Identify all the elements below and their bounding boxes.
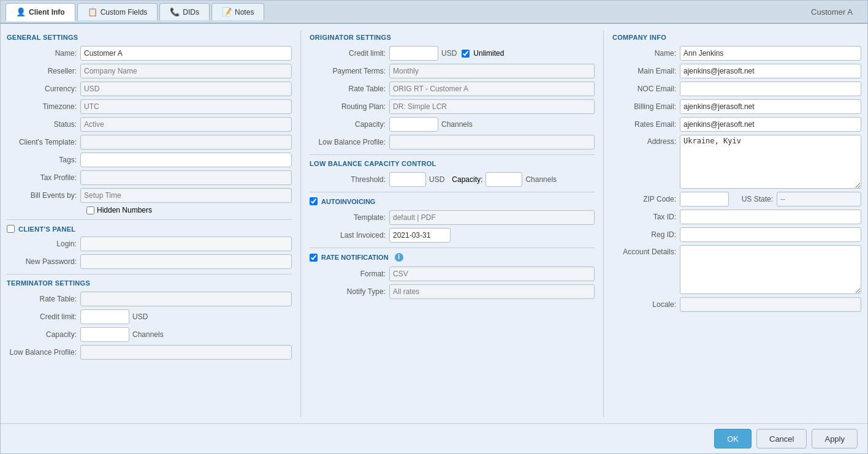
orig-low-balance-row: Low Balance Profile: xyxy=(310,135,595,149)
middle-column: ORIGINATOR SETTINGS Credit limit: USD Un… xyxy=(310,30,595,417)
term-low-balance-select[interactable] xyxy=(80,345,292,360)
low-balance-header: LOW BALANCE CAPACITY CONTROL xyxy=(310,160,595,167)
invoice-template-label: Template: xyxy=(310,213,389,222)
orig-rate-table-row: Rate Table: ORIG RT - Customer A xyxy=(310,81,595,96)
bill-events-row: Bill Events by: Setup Time Answer Time xyxy=(7,188,292,203)
currency-label: Currency: xyxy=(7,85,80,93)
right-separator xyxy=(603,30,604,417)
threshold-input[interactable] xyxy=(389,172,426,187)
ok-button[interactable]: OK xyxy=(714,429,752,448)
reg-id-input[interactable] xyxy=(680,227,861,242)
bill-events-select[interactable]: Setup Time Answer Time xyxy=(80,188,292,203)
orig-credit-limit-row: Credit limit: USD Unlimited xyxy=(310,46,595,61)
last-invoiced-input[interactable] xyxy=(389,228,451,243)
term-low-balance-row: Low Balance Profile: xyxy=(7,345,292,360)
orig-credit-limit-input[interactable] xyxy=(389,46,438,61)
login-input[interactable] xyxy=(80,236,292,251)
tab-bar: 👤 Client Info 📋 Custom Fields 📞 DIDs 📝 N… xyxy=(1,1,867,24)
tab-dids[interactable]: 📞 DIDs xyxy=(159,3,210,20)
threshold-row: Threshold: USD Capacity: Channels xyxy=(310,172,595,187)
orig-rate-table-label: Rate Table: xyxy=(310,85,389,93)
routing-plan-select[interactable]: DR: Simple LCR xyxy=(389,99,595,114)
term-rate-table-select[interactable] xyxy=(80,292,292,306)
reg-id-label: Reg ID: xyxy=(612,230,680,239)
password-input[interactable] xyxy=(80,254,292,269)
account-details-textarea[interactable] xyxy=(680,245,861,294)
tab-custom-fields[interactable]: 📋 Custom Fields xyxy=(77,3,158,20)
timezone-select[interactable]: UTC xyxy=(80,99,292,114)
left-column: GENERAL SETTINGS Name: Reseller: Company… xyxy=(7,30,292,417)
tab-client-info[interactable]: 👤 Client Info xyxy=(6,3,75,21)
term-capacity-input[interactable] xyxy=(80,327,129,342)
reg-id-row: Reg ID: xyxy=(612,227,861,242)
billing-email-input[interactable] xyxy=(680,99,861,114)
autoinvoicing-checkbox[interactable] xyxy=(310,197,318,205)
tax-id-input[interactable] xyxy=(680,210,861,224)
hidden-numbers-checkbox[interactable] xyxy=(86,206,94,214)
orig-rate-table-select[interactable]: ORIG RT - Customer A xyxy=(389,81,595,96)
apply-button[interactable]: Apply xyxy=(812,429,858,448)
zip-code-input[interactable] xyxy=(680,192,729,206)
left-separator xyxy=(300,30,301,417)
hidden-numbers-row: Hidden Numbers xyxy=(7,206,292,214)
status-select[interactable]: Active Inactive xyxy=(80,117,292,132)
name-input[interactable] xyxy=(80,46,292,61)
currency-row: Currency: xyxy=(7,81,292,96)
clients-panel-checkbox[interactable] xyxy=(7,225,15,233)
terminator-settings-header: TERMINATOR SETTINGS xyxy=(7,279,292,287)
template-select[interactable] xyxy=(80,135,292,149)
company-name-input[interactable] xyxy=(680,46,861,61)
lb-capacity-input[interactable] xyxy=(485,172,522,187)
timezone-row: Timezone: UTC xyxy=(7,99,292,114)
payment-terms-select[interactable]: Monthly Weekly Daily xyxy=(389,64,595,78)
noc-email-input[interactable] xyxy=(680,81,861,96)
orig-capacity-input[interactable] xyxy=(389,117,438,132)
capacity-inline-label: Capacity: xyxy=(452,175,482,184)
login-label: Login: xyxy=(7,240,80,248)
unlimited-checkbox[interactable] xyxy=(462,50,470,58)
us-state-label: US State: xyxy=(734,195,777,203)
routing-plan-label: Routing Plan: xyxy=(310,102,389,111)
main-email-row: Main Email: xyxy=(612,64,861,78)
notify-type-select[interactable]: All rates Changed rates xyxy=(389,284,595,299)
bill-events-label: Bill Events by: xyxy=(7,191,80,200)
reseller-select[interactable]: Company Name xyxy=(80,64,292,78)
term-low-balance-label: Low Balance Profile: xyxy=(7,348,80,357)
rates-email-label: Rates Email: xyxy=(612,120,680,129)
tax-profile-label: Tax Profile: xyxy=(7,173,80,182)
cancel-button[interactable]: Cancel xyxy=(756,429,807,448)
address-textarea[interactable]: Ukraine, Kyiv xyxy=(680,135,861,189)
account-details-row: Account Details: xyxy=(612,245,861,294)
rate-format-select[interactable]: CSV XLSX xyxy=(389,267,595,281)
right-column: COMPANY INFO Name: Main Email: NOC Email… xyxy=(612,30,861,417)
term-credit-limit-input[interactable] xyxy=(80,309,129,324)
rates-email-row: Rates Email: xyxy=(612,117,861,132)
notes-icon: 📝 xyxy=(222,7,232,17)
footer: OK Cancel Apply xyxy=(1,423,867,453)
hidden-numbers-offset: Hidden Numbers xyxy=(86,206,152,214)
tags-row: Tags: xyxy=(7,153,292,167)
status-label: Status: xyxy=(7,120,80,129)
rate-notification-info-icon[interactable]: i xyxy=(395,253,403,262)
invoice-template-select[interactable]: default | PDF default | XLSX xyxy=(389,210,595,225)
us-state-select[interactable]: -- xyxy=(777,192,861,206)
main-email-input[interactable] xyxy=(680,64,861,78)
locale-select[interactable] xyxy=(680,297,861,312)
rates-email-input[interactable] xyxy=(680,117,861,132)
tags-input[interactable] xyxy=(80,153,292,167)
tax-profile-select[interactable] xyxy=(80,170,292,185)
password-label: New Password: xyxy=(7,257,80,266)
notify-type-row: Notify Type: All rates Changed rates xyxy=(310,284,595,299)
noc-email-label: NOC Email: xyxy=(612,85,680,93)
orig-low-balance-select[interactable] xyxy=(389,135,595,149)
currency-input xyxy=(80,81,292,96)
tab-notes[interactable]: 📝 Notes xyxy=(211,3,264,20)
template-row: Client's Template: xyxy=(7,135,292,149)
rate-notification-checkbox[interactable] xyxy=(310,254,318,262)
company-name-row: Name: xyxy=(612,46,861,61)
term-rate-table-row: Rate Table: xyxy=(7,292,292,306)
term-credit-limit-suffix: USD xyxy=(132,312,148,321)
orig-capacity-suffix: Channels xyxy=(441,120,473,129)
tax-id-row: Tax ID: xyxy=(612,210,861,224)
main-window: 👤 Client Info 📋 Custom Fields 📞 DIDs 📝 N… xyxy=(0,0,868,454)
